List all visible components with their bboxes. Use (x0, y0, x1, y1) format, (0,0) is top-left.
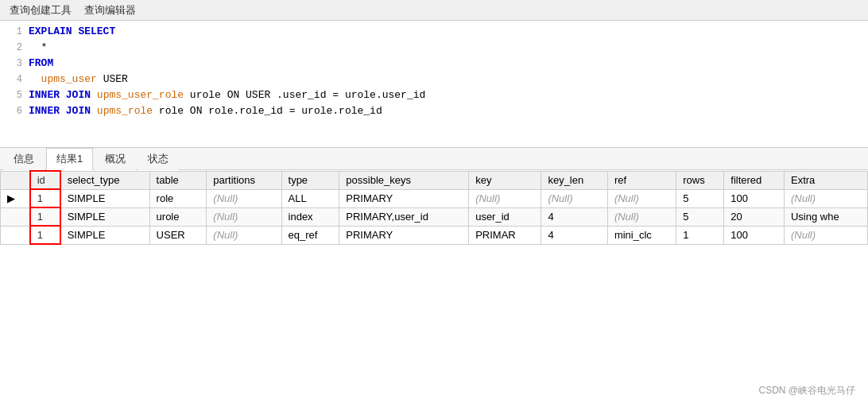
tab-概况[interactable]: 概况 (95, 148, 136, 170)
column-header-4: partitions (207, 171, 281, 189)
code-line: 4 upms_user USER (0, 72, 868, 87)
column-header-8: key_len (541, 171, 607, 189)
column-header-5: type (281, 171, 339, 189)
line-number: 4 (3, 72, 22, 87)
table-cell: urole (149, 207, 207, 226)
table-cell: SIMPLE (60, 207, 149, 226)
column-header-12: Extra (784, 171, 867, 189)
table-cell: role (149, 189, 207, 207)
code-token (91, 103, 97, 119)
table-cell: PRIMARY (339, 226, 469, 244)
table-cell: 4 (541, 207, 607, 226)
table-cell: (Null) (207, 207, 281, 226)
table-cell: SIMPLE (60, 189, 149, 207)
table-cell: (Null) (207, 226, 281, 244)
line-number: 2 (3, 40, 22, 56)
table-cell (1, 226, 30, 244)
table-row: 1SIMPLEurole(Null)indexPRIMARY,user_idus… (1, 207, 868, 226)
table-cell: (Null) (469, 189, 541, 207)
table-cell: 100 (724, 226, 785, 244)
code-token: INNER JOIN (29, 103, 91, 119)
table-cell: (Null) (607, 207, 676, 226)
column-header-1: id (30, 171, 60, 189)
code-token: * (29, 40, 47, 56)
code-token (91, 87, 97, 103)
line-number: 3 (3, 56, 22, 72)
table-cell: (Null) (784, 189, 867, 207)
code-line: 2 * (0, 40, 868, 56)
table-cell: user_id (469, 207, 541, 226)
code-token: upms_user (41, 72, 97, 87)
table-cell: index (281, 207, 339, 226)
tab-状态[interactable]: 状态 (138, 148, 179, 170)
table-row: 1SIMPLEUSER(Null)eq_refPRIMARYPRIMAR4min… (1, 226, 868, 244)
column-header-9: ref (607, 171, 676, 189)
table-cell: (Null) (207, 189, 281, 207)
table-cell: 20 (724, 207, 785, 226)
column-header-2: select_type (60, 171, 149, 189)
code-line: 5INNER JOIN upms_user_role urole ON USER… (0, 87, 868, 103)
table-cell: 1 (676, 226, 724, 244)
table-cell: ALL (281, 189, 339, 207)
table-cell: mini_clc (607, 226, 676, 244)
column-header-6: possible_keys (339, 171, 469, 189)
table-cell: PRIMAR (469, 226, 541, 244)
table-cell: Using whe (784, 207, 867, 226)
code-token: FROM (29, 56, 53, 72)
table-cell: 5 (676, 207, 724, 226)
results-table: idselect_typetablepartitionstypepossible… (0, 170, 868, 245)
code-token: EXPLAIN SELECT (29, 24, 115, 40)
code-token: urole ON USER .user_id = urole.user_id (184, 87, 425, 103)
column-header-3: table (149, 171, 207, 189)
table-cell: 4 (541, 226, 607, 244)
tab-信息[interactable]: 信息 (3, 148, 45, 170)
table-cell: eq_ref (281, 226, 339, 244)
table-cell: USER (149, 226, 207, 244)
column-header-7: key (469, 171, 541, 189)
table-cell: 1 (30, 189, 60, 207)
line-number: 1 (3, 24, 22, 40)
code-token: USER (97, 72, 128, 87)
table-cell: (Null) (784, 226, 867, 244)
table-cell: 1 (30, 207, 60, 226)
code-token: INNER JOIN (29, 87, 91, 103)
line-number: 6 (3, 103, 22, 119)
table-cell: (Null) (607, 189, 676, 207)
watermark: CSDN @峡谷电光马仔 (758, 384, 855, 397)
column-header-11: filtered (724, 171, 785, 189)
column-header-0 (1, 171, 30, 189)
column-header-10: rows (676, 171, 724, 189)
code-token (29, 72, 41, 87)
code-line: 1EXPLAIN SELECT (0, 24, 868, 40)
editor-area: 1EXPLAIN SELECT2 *3FROM4 upms_user USER5… (0, 21, 868, 148)
tab-结果1[interactable]: 结果1 (46, 148, 93, 170)
code-token: upms_user_role (97, 87, 184, 103)
table-cell: 1 (30, 226, 60, 244)
code-token: role ON role.role_id = urole.role_id (153, 103, 382, 119)
toolbar: 查询创建工具 查询编辑器 (0, 0, 868, 21)
toolbar-query-builder[interactable]: 查询创建工具 (3, 2, 78, 19)
table-cell: PRIMARY (339, 189, 469, 207)
table-cell: (Null) (541, 189, 607, 207)
table-cell: PRIMARY,user_id (339, 207, 469, 226)
table-cell: 100 (724, 189, 785, 207)
code-token: upms_role (97, 103, 153, 119)
code-line: 6INNER JOIN upms_role role ON role.role_… (0, 103, 868, 119)
code-line: 3FROM (0, 56, 868, 72)
toolbar-query-editor[interactable]: 查询编辑器 (78, 2, 142, 19)
table-cell: SIMPLE (60, 226, 149, 244)
table-cell: ▶ (1, 189, 30, 207)
table-cell (1, 207, 30, 226)
table-row: ▶1SIMPLErole(Null)ALLPRIMARY(Null)(Null)… (1, 189, 868, 207)
results-area: idselect_typetablepartitionstypepossible… (0, 170, 868, 245)
tab-bar: 信息结果1概况状态 (0, 148, 868, 170)
table-cell: 5 (676, 189, 724, 207)
line-number: 5 (3, 87, 22, 103)
